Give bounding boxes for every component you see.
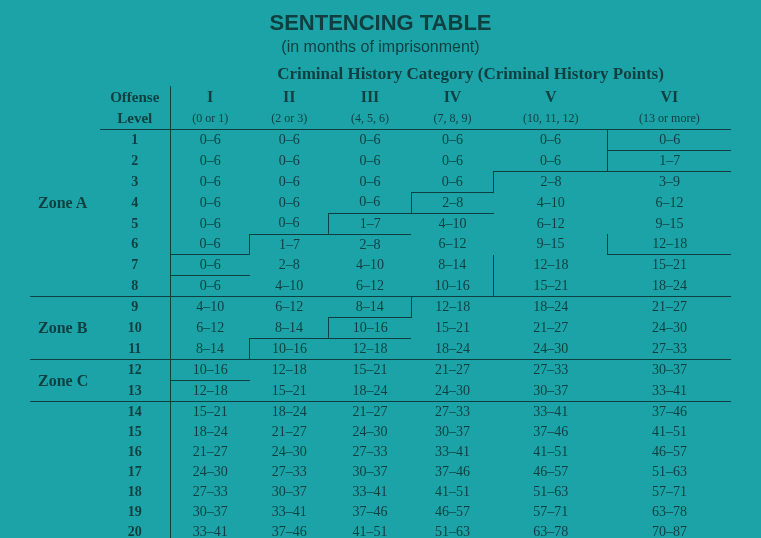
sentence-cell: 6–12 [170,318,250,339]
sentence-cell: 41–51 [329,522,412,538]
sentence-cell: 30–37 [170,502,250,522]
sentence-cell: 4–10 [411,213,494,234]
sentence-cell: 51–63 [608,462,731,482]
sentence-cell: 8–14 [329,297,412,318]
sentence-cell: 0–6 [170,213,250,234]
sentence-cell: 0–6 [170,276,250,297]
sentence-cell: 0–6 [170,151,250,172]
sentence-cell: 21–27 [329,402,412,423]
page-subtitle: (in months of imprisonment) [30,38,731,56]
sentence-cell: 0–6 [329,172,412,193]
col-points-3: (4, 5, 6) [329,108,412,130]
sentence-cell: 0–6 [170,192,250,213]
sentence-cell: 57–71 [494,502,608,522]
col-header-6: VI [608,86,731,108]
sentence-cell: 46–57 [494,462,608,482]
table-row: 1827–3330–3733–4141–5151–6357–71 [30,482,731,502]
offense-level: 15 [100,422,170,442]
sentence-cell: 10–16 [250,339,329,360]
sentence-cell: 18–24 [608,276,731,297]
offense-level: 5 [100,213,170,234]
zone-b-label: Zone B [30,297,100,360]
sentence-cell: 37–46 [329,502,412,522]
sentence-cell: 12–18 [329,339,412,360]
sentence-cell: 30–37 [608,360,731,381]
col-header-4: IV [411,86,494,108]
sentence-cell: 6–12 [411,234,494,255]
sentence-cell: 12–18 [170,381,250,402]
sentence-cell: 33–41 [411,442,494,462]
sentence-cell: 33–41 [329,482,412,502]
sentence-cell: 1–7 [250,234,329,255]
table-row: 30–60–60–60–62–83–9 [30,172,731,193]
sentence-cell: 63–78 [608,502,731,522]
table-row: 1930–3733–4137–4646–5757–7163–78 [30,502,731,522]
sentence-cell: 12–18 [608,234,731,255]
sentence-cell: 4–10 [250,276,329,297]
sentence-cell: 0–6 [329,192,412,213]
col-header-1: I [170,86,250,108]
sentence-cell: 21–27 [411,360,494,381]
sentence-cell: 4–10 [494,192,608,213]
sentence-cell: 6–12 [329,276,412,297]
sentence-cell: 6–12 [494,213,608,234]
sentence-cell: 18–24 [170,422,250,442]
sentence-cell: 1–7 [608,151,731,172]
sentence-cell: 0–6 [494,151,608,172]
sentence-cell: 21–27 [494,318,608,339]
col-points-6: (13 or more) [608,108,731,130]
table-row: Zone B94–106–128–1412–1818–2421–27 [30,297,731,318]
sentence-cell: 41–51 [494,442,608,462]
sentence-cell: 30–37 [329,462,412,482]
sentence-cell: 24–30 [608,318,731,339]
sentence-cell: 46–57 [411,502,494,522]
sentence-cell: 10–16 [329,318,412,339]
sentence-cell: 15–21 [329,360,412,381]
sentence-cell: 24–30 [250,442,329,462]
sentencing-table: Offense I II III IV V VI Level (0 or 1) … [30,86,731,538]
sentence-cell: 0–6 [411,172,494,193]
zone-c-label: Zone C [30,360,100,402]
offense-level: 13 [100,381,170,402]
zone-a-label: Zone A [30,192,100,297]
sentence-cell: 30–37 [250,482,329,502]
table-row: 1621–2724–3027–3333–4141–5146–57 [30,442,731,462]
offense-level: 14 [100,402,170,423]
offense-label: Offense [100,86,170,108]
sentence-cell: 8–14 [250,318,329,339]
sentence-cell: 24–30 [494,339,608,360]
sentence-cell: 18–24 [329,381,412,402]
super-header: Criminal History Category (Criminal Hist… [210,64,731,84]
sentence-cell: 0–6 [608,130,731,151]
sentence-cell: 37–46 [608,402,731,423]
sentence-cell: 33–41 [494,402,608,423]
sentence-cell: 18–24 [494,297,608,318]
sentence-cell: 0–6 [411,130,494,151]
offense-level: 4 [100,192,170,213]
sentence-cell: 4–10 [170,297,250,318]
offense-level: 20 [100,522,170,538]
table-row: 1724–3027–3330–3737–4646–5751–63 [30,462,731,482]
table-row: 50–60–61–74–106–129–15 [30,213,731,234]
sentence-cell: 6–12 [608,192,731,213]
page-title: SENTENCING TABLE [30,10,731,36]
offense-level: 11 [100,339,170,360]
sentence-cell: 2–8 [329,234,412,255]
sentence-cell: 0–6 [494,130,608,151]
sentence-cell: 6–12 [250,297,329,318]
header-row-points: Level (0 or 1) (2 or 3) (4, 5, 6) (7, 8,… [30,108,731,130]
sentence-cell: 2–8 [250,255,329,276]
col-points-5: (10, 11, 12) [494,108,608,130]
sentence-cell: 15–21 [250,381,329,402]
table-row: 1518–2421–2724–3030–3737–4641–51 [30,422,731,442]
sentence-cell: 0–6 [170,234,250,255]
level-label: Level [100,108,170,130]
offense-level: 18 [100,482,170,502]
sentence-cell: 33–41 [250,502,329,522]
offense-level: 16 [100,442,170,462]
sentence-cell: 3–9 [608,172,731,193]
sentence-cell: 33–41 [608,381,731,402]
sentence-cell: 57–71 [608,482,731,502]
col-points-4: (7, 8, 9) [411,108,494,130]
table-row: 60–61–72–86–129–1512–18 [30,234,731,255]
